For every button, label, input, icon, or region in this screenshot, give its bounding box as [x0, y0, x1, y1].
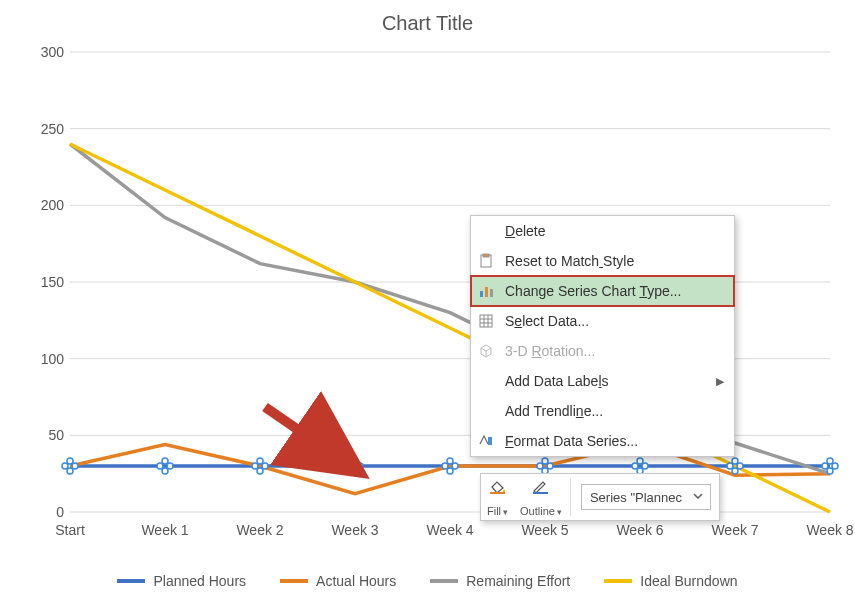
- svg-point-41: [827, 458, 833, 464]
- menu-item-label: Delete: [505, 223, 724, 239]
- svg-point-31: [632, 463, 638, 469]
- svg-point-27: [537, 463, 543, 469]
- x-tick-label: Start: [55, 522, 85, 538]
- format-icon: [477, 432, 495, 450]
- pen-icon: [532, 478, 550, 496]
- chart-icon: [477, 282, 495, 300]
- menu-item-label: 3-D Rotation...: [505, 343, 724, 359]
- menu-item-label: Add Data Labels: [505, 373, 706, 389]
- menu-item-reset-style[interactable]: Reset to Match Style: [471, 246, 734, 276]
- svg-point-36: [737, 463, 743, 469]
- menu-item-label: Reset to Match Style: [505, 253, 724, 269]
- svg-point-12: [167, 463, 173, 469]
- svg-rect-50: [480, 315, 492, 327]
- none-icon: [477, 402, 495, 420]
- svg-point-18: [257, 468, 263, 474]
- x-tick-label: Week 5: [521, 522, 568, 538]
- fill-label: Fill: [487, 505, 501, 517]
- outline-button[interactable]: Outline▾: [514, 474, 568, 520]
- svg-point-35: [727, 463, 733, 469]
- menu-item-3d-rotation: 3-D Rotation...: [471, 336, 734, 366]
- legend-label: Ideal Burndown: [640, 573, 737, 589]
- y-tick-label: 300: [30, 44, 64, 60]
- submenu-arrow-icon: ▶: [716, 375, 724, 388]
- svg-point-40: [832, 463, 838, 469]
- svg-point-37: [732, 458, 738, 464]
- series-selector[interactable]: Series "Plannec: [581, 484, 711, 510]
- y-tick-label: 250: [30, 121, 64, 137]
- svg-point-11: [157, 463, 163, 469]
- svg-rect-49: [490, 289, 493, 297]
- legend-swatch: [280, 579, 308, 583]
- svg-point-8: [72, 463, 78, 469]
- svg-point-29: [542, 458, 548, 464]
- chevron-down-icon: [692, 490, 704, 504]
- svg-point-32: [642, 463, 648, 469]
- svg-point-38: [732, 468, 738, 474]
- legend-item[interactable]: Ideal Burndown: [604, 573, 737, 589]
- grid-icon: [477, 312, 495, 330]
- legend[interactable]: Planned HoursActual HoursRemaining Effor…: [0, 573, 855, 589]
- mini-toolbar: Fill▾ Outline▾ Series "Plannec: [480, 473, 720, 521]
- svg-point-26: [447, 468, 453, 474]
- svg-rect-57: [533, 492, 548, 494]
- legend-label: Actual Hours: [316, 573, 396, 589]
- legend-swatch: [430, 579, 458, 583]
- svg-point-13: [162, 458, 168, 464]
- svg-point-25: [447, 458, 453, 464]
- toolbar-separator: [570, 478, 571, 516]
- y-tick-label: 150: [30, 274, 64, 290]
- svg-rect-47: [480, 291, 483, 297]
- outline-label: Outline: [520, 505, 555, 517]
- menu-item-label: Add Trendline...: [505, 403, 724, 419]
- svg-point-42: [827, 468, 833, 474]
- legend-swatch: [604, 579, 632, 583]
- paint-bucket-icon: [489, 478, 507, 496]
- svg-point-10: [67, 468, 73, 474]
- svg-point-9: [67, 458, 73, 464]
- svg-point-19: [347, 463, 353, 469]
- chart-stage: Chart Title 050100150200250300 StartWeek…: [0, 0, 855, 597]
- cube-icon: [477, 342, 495, 360]
- x-tick-label: Week 7: [711, 522, 758, 538]
- x-tick-label: Week 8: [806, 522, 853, 538]
- svg-point-21: [352, 458, 358, 464]
- svg-point-15: [252, 463, 258, 469]
- y-tick-label: 200: [30, 197, 64, 213]
- x-tick-label: Week 3: [331, 522, 378, 538]
- context-menu: DeleteReset to Match StyleChange Series …: [470, 215, 735, 457]
- svg-point-33: [637, 458, 643, 464]
- none-icon: [477, 372, 495, 390]
- svg-rect-48: [485, 287, 488, 297]
- y-tick-label: 100: [30, 351, 64, 367]
- x-tick-label: Week 2: [236, 522, 283, 538]
- svg-point-39: [822, 463, 828, 469]
- svg-rect-56: [490, 492, 505, 494]
- menu-item-add-trendline[interactable]: Add Trendline...: [471, 396, 734, 426]
- fill-button[interactable]: Fill▾: [481, 474, 514, 520]
- legend-label: Planned Hours: [153, 573, 246, 589]
- svg-rect-55: [488, 437, 492, 445]
- svg-point-24: [452, 463, 458, 469]
- menu-item-change-chart-type[interactable]: Change Series Chart Type...: [471, 276, 734, 306]
- legend-item[interactable]: Actual Hours: [280, 573, 396, 589]
- menu-item-delete[interactable]: Delete: [471, 216, 734, 246]
- svg-point-17: [257, 458, 263, 464]
- clipboard-icon: [477, 252, 495, 270]
- series-selector-value: Series "Plannec: [590, 490, 682, 505]
- x-tick-label: Week 4: [426, 522, 473, 538]
- menu-item-add-data-labels[interactable]: Add Data Labels▶: [471, 366, 734, 396]
- legend-item[interactable]: Planned Hours: [117, 573, 246, 589]
- y-tick-label: 0: [30, 504, 64, 520]
- x-tick-label: Week 6: [616, 522, 663, 538]
- menu-item-format-series[interactable]: Format Data Series...: [471, 426, 734, 456]
- legend-swatch: [117, 579, 145, 583]
- svg-point-23: [442, 463, 448, 469]
- svg-point-20: [357, 463, 363, 469]
- svg-point-28: [547, 463, 553, 469]
- legend-item[interactable]: Remaining Effort: [430, 573, 570, 589]
- chart-title[interactable]: Chart Title: [0, 12, 855, 35]
- menu-item-select-data[interactable]: Select Data...: [471, 306, 734, 336]
- svg-rect-46: [483, 254, 489, 257]
- svg-point-16: [262, 463, 268, 469]
